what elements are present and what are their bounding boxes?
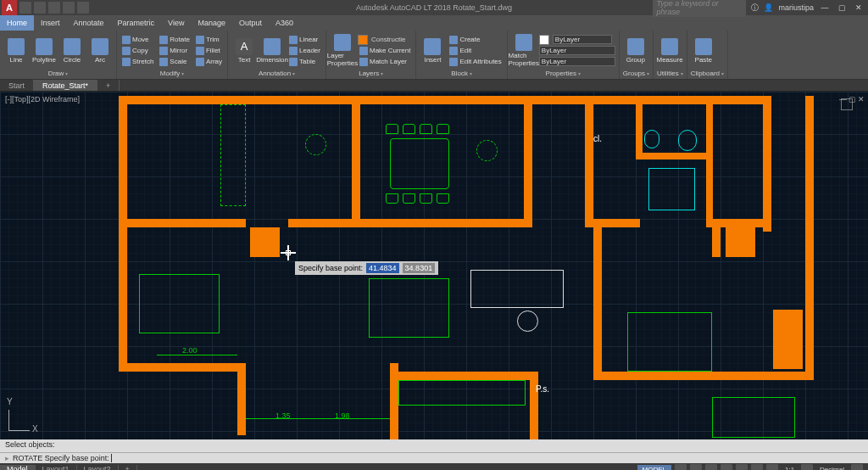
- move-button[interactable]: Move: [120, 35, 155, 45]
- vp-maximize[interactable]: ▢: [849, 95, 856, 104]
- edit-button[interactable]: Edit: [448, 46, 503, 56]
- status-grid-icon[interactable]: [675, 464, 687, 470]
- match-layer-button[interactable]: Match Layer: [358, 57, 412, 67]
- lineweight-select[interactable]: ByLayer: [539, 46, 615, 55]
- create-button[interactable]: Create: [448, 35, 503, 45]
- room-label-cl: cl.: [593, 134, 602, 143]
- line-button[interactable]: Line: [3, 34, 29, 68]
- tab-a360[interactable]: A360: [269, 15, 300, 31]
- info-icon[interactable]: ⓘ: [751, 3, 759, 14]
- search-input[interactable]: Type a keyword or phrase: [653, 0, 746, 17]
- tab-annotate[interactable]: Annotate: [67, 15, 111, 31]
- make-current-button[interactable]: Make Current: [358, 46, 412, 56]
- text-button[interactable]: AText: [231, 34, 257, 68]
- vp-close[interactable]: ✕: [858, 95, 865, 104]
- status-otrack-icon[interactable]: [751, 464, 763, 470]
- viewport-window-controls: — ▢ ✕: [839, 95, 865, 104]
- dimension-button[interactable]: Dimension: [259, 34, 285, 68]
- layout-tab-1[interactable]: Layout1: [36, 465, 77, 470]
- status-scale[interactable]: 1:1: [782, 466, 798, 471]
- drawing-viewport[interactable]: [-][Top][2D Wireframe] — ▢ ✕: [0, 92, 868, 439]
- array-button[interactable]: Array: [194, 57, 224, 67]
- close-button[interactable]: ✕: [853, 3, 865, 12]
- scale-button[interactable]: Scale: [158, 57, 192, 67]
- circle-button[interactable]: Circle: [59, 34, 85, 68]
- bed: [627, 312, 712, 372]
- qat-open[interactable]: [34, 2, 46, 14]
- doc-tab-add[interactable]: +: [97, 80, 120, 91]
- trim-button[interactable]: Trim: [194, 35, 224, 45]
- arc-button[interactable]: Arc: [87, 34, 113, 68]
- clipboard-label[interactable]: Clipboard: [691, 69, 724, 77]
- layer-select[interactable]: Constructie: [358, 35, 412, 45]
- polyline-button[interactable]: Polyline: [31, 34, 57, 68]
- qat-redo[interactable]: [77, 2, 89, 14]
- utilities-label[interactable]: Utilities: [657, 69, 683, 77]
- groups-label[interactable]: Groups: [623, 69, 649, 77]
- wall: [352, 219, 530, 227]
- fillet-button[interactable]: Fillet: [194, 46, 224, 56]
- leader-button[interactable]: Leader: [287, 46, 322, 56]
- tab-insert[interactable]: Insert: [34, 15, 67, 31]
- room-label-ps: P.s.: [536, 384, 549, 394]
- vp-minimize[interactable]: —: [839, 95, 847, 104]
- tab-view[interactable]: View: [161, 15, 191, 31]
- layers-label[interactable]: Layers: [330, 69, 412, 77]
- layout-tab-2[interactable]: Layout2: [77, 465, 119, 470]
- status-lwt-icon[interactable]: [766, 464, 778, 470]
- status-osnap-icon[interactable]: [736, 464, 748, 470]
- paste-button[interactable]: Paste: [691, 34, 716, 68]
- properties-label[interactable]: Properties: [511, 69, 615, 77]
- tab-output[interactable]: Output: [232, 15, 269, 31]
- status-menu-icon[interactable]: [851, 464, 863, 470]
- mirror-button[interactable]: Mirror: [158, 46, 192, 56]
- color-select[interactable]: ByLayer: [553, 35, 612, 44]
- modify-label[interactable]: Modify: [120, 69, 224, 77]
- doc-tab-file[interactable]: Rotate_Start*: [34, 80, 97, 91]
- chair: [386, 193, 398, 204]
- maximize-button[interactable]: ▢: [836, 3, 848, 12]
- command-line[interactable]: ▸ ROTATE Specify base point:: [0, 453, 868, 463]
- layout-tab-model[interactable]: Model: [0, 465, 36, 470]
- status-snap-icon[interactable]: [690, 464, 702, 470]
- table-button[interactable]: Table: [287, 57, 322, 67]
- copy-button[interactable]: Copy: [120, 46, 155, 56]
- layout-tab-add[interactable]: +: [119, 465, 137, 470]
- status-model[interactable]: MODEL: [637, 465, 671, 471]
- rotate-button[interactable]: Rotate: [158, 35, 192, 45]
- viewport-controls[interactable]: [-][Top][2D Wireframe]: [5, 95, 80, 104]
- qat-undo[interactable]: [63, 2, 75, 14]
- layout-tabs: Model Layout1 Layout2 + MODEL 1:1 Decima…: [0, 463, 868, 470]
- signin-icon[interactable]: 👤: [764, 3, 773, 12]
- user-name[interactable]: mariustipa: [778, 3, 814, 12]
- stretch-button[interactable]: Stretch: [120, 57, 155, 67]
- annotation-label[interactable]: Annotation: [231, 69, 322, 77]
- status-polar-icon[interactable]: [721, 464, 732, 470]
- status-units[interactable]: Decimal: [816, 466, 848, 471]
- measure-button[interactable]: Measure: [657, 34, 682, 68]
- group-button[interactable]: Group: [623, 34, 648, 68]
- linear-button[interactable]: Linear: [287, 35, 322, 45]
- block-label[interactable]: Block: [420, 69, 503, 77]
- edit-attributes-button[interactable]: Edit Attributes: [448, 57, 503, 67]
- minimize-button[interactable]: —: [819, 3, 831, 12]
- status-gear-icon[interactable]: [801, 464, 813, 470]
- ucs-icon: X Y: [8, 406, 34, 431]
- panel-clipboard: Paste Clipboard: [687, 31, 728, 79]
- chair: [437, 124, 449, 134]
- doc-tab-start[interactable]: Start: [0, 80, 34, 91]
- qat-new[interactable]: [19, 2, 31, 14]
- match-properties-button[interactable]: Match Properties: [511, 34, 537, 68]
- wall: [119, 363, 242, 372]
- tab-home[interactable]: Home: [0, 15, 34, 31]
- tooltip-value-x: 41.4834: [366, 263, 399, 273]
- layer-properties-button[interactable]: Layer Properties: [330, 34, 355, 68]
- status-ortho-icon[interactable]: [705, 464, 717, 470]
- tab-manage[interactable]: Manage: [191, 15, 232, 31]
- qat-save[interactable]: [48, 2, 60, 14]
- linetype-select[interactable]: ByLayer: [539, 57, 615, 66]
- draw-label[interactable]: Draw: [3, 69, 113, 77]
- app-logo[interactable]: A: [2, 0, 17, 15]
- tab-parametric[interactable]: Parametric: [111, 15, 162, 31]
- insert-button[interactable]: Insert: [420, 34, 445, 68]
